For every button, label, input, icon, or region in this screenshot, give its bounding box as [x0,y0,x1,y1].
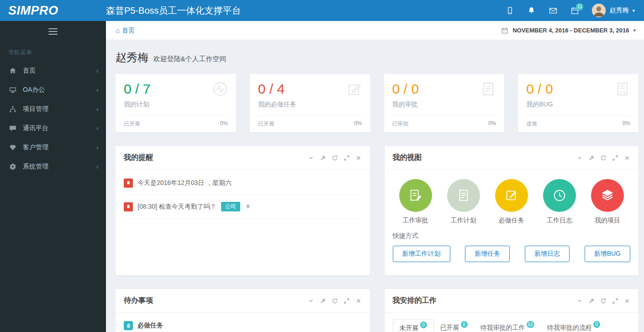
page-content: 赵秀梅 欢迎登陆&个人工作空间 0 / 7 我的计划 [106,40,644,332]
view-work-plan[interactable]: 工作计划 [441,179,486,225]
stat-footer-value: 0% [623,120,630,128]
alert-bell-icon [124,202,133,211]
clock-icon [543,179,576,212]
collapse-icon[interactable] [308,298,314,304]
app-logo[interactable]: SIMPRO [0,4,106,18]
bell-icon[interactable] [245,204,251,210]
nav-section-label: 导航菜单 [0,42,106,61]
view-label: 工作计划 [451,216,476,225]
wrench-icon[interactable] [588,155,595,161]
stat-footer-value: 0% [220,120,227,128]
collapse-icon[interactable] [576,155,583,161]
tab-count-badge: 0 [420,321,427,328]
home-icon: ⌂ [116,26,120,34]
sitemap-icon [9,105,17,113]
mobile-icon[interactable] [506,6,514,15]
document-icon [480,81,496,109]
pulse-circle-icon [212,81,228,109]
sidebar-item-system[interactable]: 系统管理 ‹ [0,157,106,176]
sidebar-item-label: 首页 [23,67,36,75]
stat-card-plans[interactable]: 0 / 7 我的计划 已开展 0% [116,74,236,132]
tab-pending-flow-approvals[interactable]: 待我审批的流程0 [541,319,607,332]
panel-title: 我安排的工作 [393,296,437,306]
close-icon[interactable] [624,155,630,161]
views-panel: 我的视图 [385,146,639,275]
stat-card-tasks[interactable]: 0 / 4 我的必做任务 已开展 0% [250,74,370,132]
new-task-button[interactable]: 新增任务 [465,246,510,262]
calendar-icon [501,27,508,34]
top-bar: SIMPRO 森普P5-Boss员工一体化支撑平台 11 赵秀梅 ▾ [0,0,644,21]
view-label: 我的项目 [595,216,620,225]
user-menu[interactable]: 赵秀梅 ▾ [592,4,635,17]
view-work-log[interactable]: 工作日志 [537,179,582,225]
chevron-left-icon: ‹ [96,143,99,152]
wrench-icon[interactable] [588,298,595,304]
greeting: 赵秀梅 欢迎登陆&个人工作空间 [116,50,639,65]
svg-text:Bug: Bug [619,90,626,94]
stat-cards-row: 0 / 7 我的计划 已开展 0% [116,74,639,132]
close-icon[interactable] [355,298,362,304]
wrench-icon[interactable] [320,298,326,304]
stat-footer-value: 0% [354,120,362,128]
view-my-projects[interactable]: 我的项目 [585,179,630,225]
new-bug-button[interactable]: 新增BUG [585,246,630,262]
close-icon[interactable] [355,155,362,161]
daterange-label: NOVEMBER 4, 2016 - DECEMBER 3, 2016 [512,27,629,34]
hamburger-menu-icon[interactable] [48,26,58,37]
notification-count-badge: 11 [576,3,583,11]
refresh-icon[interactable] [332,298,338,304]
messages-envelope-icon[interactable] [549,6,558,15]
sidebar-item-customers[interactable]: 客户管理 ‹ [0,138,106,157]
tab-label: 待我审批的工作 [480,324,525,331]
tab-not-started[interactable]: 未开展0 [393,319,434,332]
sidebar-item-projects[interactable]: 项目管理 ‹ [0,100,106,119]
tab-count-badge: 53 [527,321,534,328]
close-icon[interactable] [624,298,630,304]
reminder-item[interactable]: [08:30] 检查今天考勤了吗？ 公司 [124,195,362,219]
sidebar-item-home[interactable]: 首页 ‹ [0,61,106,80]
wrench-icon[interactable] [320,155,326,161]
reminder-item[interactable]: 今天是2016年12月03日 ，星期六 [124,172,362,195]
calendar-icon[interactable]: 11 [570,6,579,15]
tab-label: 待我审批的流程 [547,324,592,331]
new-work-plan-button[interactable]: 新增工作计划 [393,246,450,262]
tab-count-badge: 0 [461,321,468,328]
view-work-audit[interactable]: 工作审批 [393,179,438,225]
breadcrumb[interactable]: ⌂ 首页 [116,26,135,35]
bug-document-icon: Bug [615,81,630,109]
stat-footer-label: 已开展 [258,120,274,128]
reminder-text: 今天是2016年12月03日 ，星期六 [137,179,232,187]
view-must-tasks[interactable]: 必做任务 [489,179,534,225]
chevron-left-icon: ‹ [96,163,99,171]
sidebar-item-communication[interactable]: 通讯平台 ‹ [0,119,106,138]
refresh-icon[interactable] [600,298,607,304]
daterange-picker[interactable]: NOVEMBER 4, 2016 - DECEMBER 3, 2016 ▾ [501,27,636,34]
stat-card-approvals[interactable]: 0 / 0 我的审批 已审批 0% [384,74,505,132]
shortcuts-label: 快捷方式 [393,232,631,240]
sidebar-item-label: 通讯平台 [23,124,48,132]
expand-icon[interactable] [612,298,618,304]
stat-card-bugs[interactable]: 0 / 0 我的BUG Bug 进展 0% [518,74,639,132]
expand-icon[interactable] [343,155,350,161]
work-tabs: 未开展0 已开展0 待我审批的工作53 待我审批的流程0 [393,319,631,332]
todo-item[interactable]: 必做任务 [116,313,370,332]
refresh-icon[interactable] [600,155,607,161]
refresh-icon[interactable] [332,155,338,161]
panel-title: 待办事项 [124,296,153,306]
sidebar-item-oa[interactable]: OA办公 ‹ [0,80,106,100]
topbar-actions: 11 赵秀梅 ▾ [506,4,644,17]
sidebar-item-label: 系统管理 [23,163,48,171]
expand-icon[interactable] [612,155,618,161]
home-icon [9,67,17,74]
notifications-bell-icon[interactable] [527,6,536,15]
collapse-icon[interactable] [576,298,583,304]
tab-pending-work-approvals[interactable]: 待我审批的工作53 [474,319,541,332]
collapse-icon[interactable] [308,155,314,161]
tab-started[interactable]: 已开展0 [434,319,474,332]
quick-views-row: 工作审批 工作计划 [393,179,631,225]
chevron-left-icon: ‹ [96,67,99,75]
layers-icon [591,179,624,212]
stat-value: 0 / 0 [526,81,553,97]
new-log-button[interactable]: 新增日志 [525,246,570,262]
expand-icon[interactable] [343,298,350,304]
